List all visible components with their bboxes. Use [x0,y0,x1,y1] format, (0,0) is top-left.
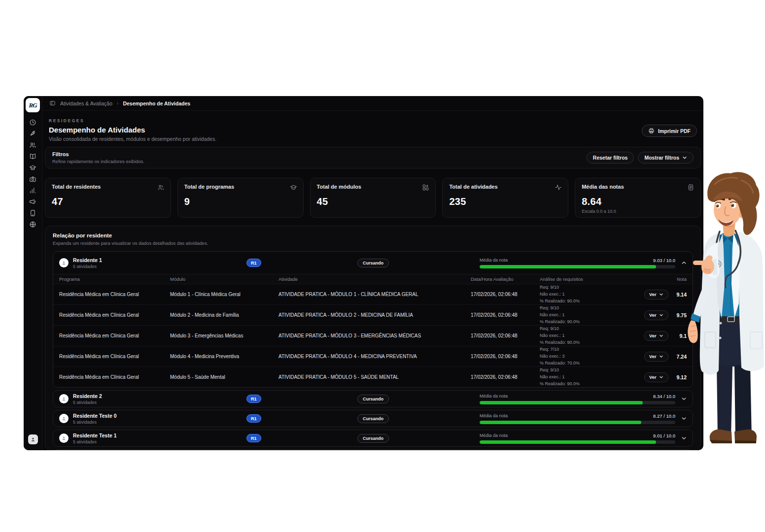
resident-row-header[interactable]: Residente 1 5 atividades R1 Cursando Méd… [53,252,693,274]
status-badge: Cursando [357,434,389,443]
dashboard-window: RG Atividades & Avaliação › Desempenho d… [24,96,703,450]
ver-button[interactable]: Ver [644,331,668,341]
breadcrumb-page: Desempenho de Atividades [123,100,190,106]
cell-atividade: ATIVIDADE PRATICA - MÓDULO 3 - EMERGÊNCI… [278,333,471,338]
cell-analise: Req: 7/10Não exec.: 3% Realizado: 70.0% [540,346,644,367]
stat-card-atividades: Total de atividades 235 [442,178,568,218]
filters-card: Filtros Refine rapidamente os indicadore… [45,147,701,168]
resident-row-collapsed[interactable]: Residente 2 5 atividades R1 Cursando Méd… [53,390,693,407]
printer-icon [648,128,655,134]
breadcrumb-section[interactable]: Atividades & Avaliação [60,100,112,106]
sidebar-item-book[interactable] [28,153,38,160]
level-badge: R1 [246,259,261,267]
score-value: 9.01 / 10.0 [653,433,675,438]
sidebar-item-users[interactable] [28,141,38,149]
cell-analise: Req: 9/10Não exec.: 1% Realizado: 90.0% [540,326,644,346]
cell-atividade: ATIVIDADE PRATICA - MÓDULO 4 - MEDICINA … [278,354,471,359]
level-badge: R1 [246,414,261,423]
ver-button[interactable]: Ver [644,310,668,320]
person-icon [61,435,67,441]
resident-row-collapsed[interactable]: Residente Teste 1 5 atividades R1 Cursan… [53,430,693,447]
sidebar-item-rocket[interactable] [28,130,38,137]
resident-panel-expanded: Residente 1 5 atividades R1 Cursando Méd… [53,251,693,388]
sidebar-item-reports[interactable] [28,187,38,194]
cell-data: 17/02/2026, 02:06:48 [471,374,540,380]
doctor-character-illustration [683,169,765,446]
ver-button[interactable]: Ver [644,352,668,362]
graduation-cap-icon [290,184,297,191]
status-badge: Cursando [357,259,389,267]
stat-card-media-notas: Média das notas 8.64 Escala 0.0 a 10.0 [575,178,701,218]
book-open-icon [29,153,36,160]
user-avatar[interactable] [28,434,38,444]
score-label: Média da nota [480,413,653,418]
sidebar-item-camera[interactable] [28,175,38,183]
print-pdf-button[interactable]: Imprimir PDF [642,125,697,137]
content: RESIDEGES Desempenho de Atividades Visão… [42,111,703,450]
panel-toggle-icon[interactable] [49,100,56,106]
megaphone-icon [29,198,36,205]
sidebar: RG [24,96,42,450]
level-badge: R1 [246,434,261,442]
cell-analise: Req: 9/10Não exec.: 1% Realizado: 90.0% [540,305,644,326]
cell-programa: Residência Médica em Clínica Geral [59,292,170,297]
sidebar-item-announcements[interactable] [28,198,38,205]
score-progress-track [480,265,675,268]
cell-programa: Residência Médica em Clínica Geral [59,333,170,338]
resident-activities-count: 5 atividades [73,439,117,444]
sidebar-item-clock[interactable] [28,119,38,126]
stat-card-residentes: Total de residentes 47 [45,178,171,218]
page-header: RESIDEGES Desempenho de Atividades Visão… [45,117,701,142]
person-icon [61,260,67,266]
sidebar-item-globe[interactable] [28,221,38,228]
chevron-down-icon [659,313,663,317]
app-logo[interactable]: RG [26,98,40,112]
score-progress-track [480,401,675,404]
section-subtitle: Expanda um residente para visualizar os … [53,240,693,246]
cell-programa: Residência Médica em Clínica Geral [59,374,170,380]
ver-button[interactable]: Ver [644,372,668,382]
cell-data: 17/02/2026, 02:06:48 [471,354,540,359]
resident-name: Residente Teste 1 [73,432,117,438]
score-progress-fill [480,421,641,424]
resident-row-collapsed[interactable]: Residente Teste 0 5 atividades R1 Cursan… [53,410,693,427]
resident-name: Residente 1 [73,257,102,263]
cell-data: 17/02/2026, 02:06:48 [471,333,540,338]
sidebar-item-clipboard[interactable] [28,209,38,217]
table-header-row: Programa Módulo Atividade Data/Hora Aval… [53,274,693,284]
score-progress-fill [480,440,656,444]
resident-name: Residente Teste 0 [73,413,117,419]
cell-modulo: Módulo 1 - Clínica Médica Geral [170,292,278,297]
stat-value: 8.64 [582,196,694,207]
score-progress-track [480,440,675,444]
page-eyebrow: RESIDEGES [49,118,697,123]
cell-atividade: ATIVIDADE PRATICA - MÓDULO 1 - CLÍNICA M… [278,292,471,297]
filters-title: Filtros [52,151,144,157]
show-filters-button[interactable]: Mostrar filtros [638,152,694,164]
cell-atividade: ATIVIDADE PRATICA - MÓDULO 5 - SAÚDE MEN… [278,374,471,380]
main-area: Atividades & Avaliação › Desempenho de A… [42,96,703,450]
resident-row-cutoff [53,449,693,450]
chevron-down-icon [659,292,663,297]
stat-value: 45 [317,196,429,207]
stat-value: 9 [184,196,297,207]
person-icon [61,416,67,421]
reset-filters-button[interactable]: Resetar filtros [587,152,634,164]
residents-section: Relação por residente Expanda um residen… [45,226,701,450]
cell-modulo: Módulo 3 - Emergências Médicas [170,333,278,338]
topbar: Atividades & Avaliação › Desempenho de A… [42,96,703,111]
stat-value: 235 [449,196,561,207]
cell-data: 17/02/2026, 02:06:48 [471,312,540,318]
score-label: Média da nota [480,258,653,263]
ver-button[interactable]: Ver [644,290,668,299]
page-title: Desempenho de Atividades [49,126,697,134]
clock-icon [29,119,36,126]
table-row: Residência Médica em Clínica Geral Módul… [53,346,693,366]
sidebar-item-graduation[interactable] [28,164,38,171]
score-progress-fill [480,401,643,404]
cell-programa: Residência Médica em Clínica Geral [59,312,170,318]
clipboard-icon [29,209,36,217]
table-row: Residência Médica em Clínica Geral Módul… [53,366,693,387]
chevron-down-icon [659,375,663,379]
resident-avatar [59,394,69,403]
